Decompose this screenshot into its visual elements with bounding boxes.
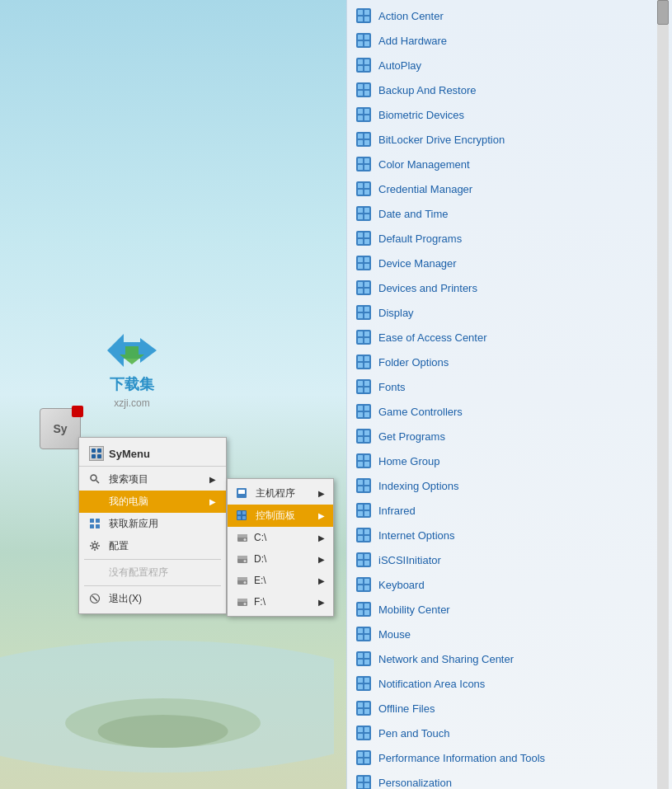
cp-item[interactable]: Color Management xyxy=(347,152,657,176)
svg-rect-52 xyxy=(358,59,363,64)
cp-item[interactable]: Date and Time xyxy=(347,201,657,226)
cp-item[interactable]: iSCSIInitiator xyxy=(347,547,657,572)
svg-rect-60 xyxy=(364,91,369,96)
cp-item[interactable]: Ease of Access Center xyxy=(347,325,657,350)
svg-rect-199 xyxy=(358,783,363,788)
svg-rect-165 xyxy=(364,610,369,615)
svg-rect-102 xyxy=(358,307,363,312)
cp-item[interactable]: Game Controllers xyxy=(347,399,657,424)
mypc-item-drive-f[interactable]: F:\ ▶ xyxy=(228,591,333,613)
svg-rect-148 xyxy=(364,529,369,534)
cp-item-icon xyxy=(355,329,372,345)
svg-rect-11 xyxy=(90,496,95,501)
cp-item[interactable]: Network and Sharing Center xyxy=(347,646,657,671)
drive-c-arrow: ▶ xyxy=(318,533,325,542)
cp-item[interactable]: Get Programs xyxy=(347,424,657,449)
cp-item[interactable]: Default Programs xyxy=(347,226,657,251)
cp-item[interactable]: Offline Files xyxy=(347,696,657,721)
cp-scrollbar[interactable] xyxy=(657,0,669,789)
cp-item-label: Fonts xyxy=(378,381,406,393)
cp-item[interactable]: Display xyxy=(347,300,657,325)
svg-rect-174 xyxy=(358,660,363,665)
menu-item-mypc[interactable]: 我的电脑 ▶ xyxy=(79,491,226,513)
exit-icon xyxy=(89,593,102,606)
svg-rect-67 xyxy=(358,134,363,139)
menu-item-exit[interactable]: 退出(X) xyxy=(79,588,226,610)
svg-rect-27 xyxy=(237,516,241,519)
menu-item-search-label: 搜索项目 xyxy=(109,472,148,486)
menu-item-config-label: 配置 xyxy=(109,539,129,553)
cp-item[interactable]: Mouse xyxy=(347,622,657,646)
controlpanel-icon xyxy=(236,510,249,523)
svg-rect-175 xyxy=(364,660,369,665)
svg-rect-92 xyxy=(358,257,363,262)
cp-item-icon xyxy=(355,725,372,741)
cp-item-icon xyxy=(355,626,372,642)
svg-rect-130 xyxy=(364,437,369,442)
cp-item[interactable]: Devices and Printers xyxy=(347,275,657,300)
cp-item[interactable]: Action Center xyxy=(347,3,657,28)
svg-rect-15 xyxy=(90,519,94,523)
cp-item-icon xyxy=(355,57,372,73)
svg-rect-6 xyxy=(97,449,101,453)
cp-item-label: Ease of Access Center xyxy=(378,331,487,344)
mypc-item-drive-d[interactable]: D:\ ▶ xyxy=(228,548,333,570)
watermark-url: xzji.com xyxy=(114,397,149,409)
cp-item[interactable]: Personalization xyxy=(347,770,657,789)
svg-rect-49 xyxy=(358,41,363,46)
mypc-item-drive-e[interactable]: E:\ ▶ xyxy=(228,570,333,591)
svg-rect-50 xyxy=(364,41,369,46)
mypc-item-mainprogram[interactable]: 主机程序 ▶ xyxy=(228,482,333,505)
menu-separator-2 xyxy=(84,585,221,586)
svg-rect-18 xyxy=(96,524,100,528)
menu-item-noconfig: 没有配置程序 xyxy=(79,561,226,584)
mypc-item-drive-d-label: D:\ xyxy=(254,553,266,565)
cp-item-label: Credential Manager xyxy=(378,183,472,195)
cp-item[interactable]: Credential Manager xyxy=(347,176,657,201)
mypc-item-drive-c-label: C:\ xyxy=(254,532,266,543)
cp-item[interactable]: Indexing Options xyxy=(347,473,657,498)
cp-item[interactable]: Device Manager xyxy=(347,251,657,275)
cp-item[interactable]: Backup And Restore xyxy=(347,77,657,102)
cp-item[interactable]: Keyboard xyxy=(347,572,657,597)
mypc-item-controlpanel[interactable]: 控制面板 ▶ xyxy=(228,505,333,527)
menu-item-getapps[interactable]: 获取新应用 xyxy=(79,513,226,535)
cp-item[interactable]: Infrared xyxy=(347,498,657,523)
cp-item-icon xyxy=(355,403,372,420)
cp-item-label: Device Manager xyxy=(378,257,457,270)
symenu-tray-icon[interactable]: Sy xyxy=(40,408,81,449)
svg-rect-89 xyxy=(358,239,363,244)
svg-rect-163 xyxy=(364,603,369,608)
svg-rect-7 xyxy=(92,454,96,458)
menu-item-search[interactable]: 搜索项目 ▶ xyxy=(79,468,226,491)
svg-rect-26 xyxy=(242,511,246,514)
cp-item[interactable]: Notification Area Icons xyxy=(347,671,657,696)
svg-rect-100 xyxy=(364,289,369,294)
cp-scrollbar-thumb[interactable] xyxy=(657,0,669,25)
cp-item[interactable]: Biometric Devices xyxy=(347,102,657,127)
cp-item[interactable]: Folder Options xyxy=(347,350,657,374)
mypc-item-drive-c[interactable]: C:\ ▶ xyxy=(228,527,333,548)
cp-item[interactable]: Fonts xyxy=(347,374,657,399)
cp-item[interactable]: BitLocker Drive Encryption xyxy=(347,127,657,152)
mypc-item-drive-f-label: F:\ xyxy=(254,596,266,608)
mypc-arrow: ▶ xyxy=(209,497,216,506)
svg-rect-85 xyxy=(364,214,369,219)
svg-rect-93 xyxy=(364,257,369,262)
search-arrow: ▶ xyxy=(209,475,216,484)
cp-item[interactable]: AutoPlay xyxy=(347,53,657,77)
menu-item-config[interactable]: 配置 xyxy=(79,535,226,557)
svg-rect-129 xyxy=(358,437,363,442)
cp-item[interactable]: Mobility Center xyxy=(347,597,657,622)
svg-rect-64 xyxy=(358,115,363,120)
cp-item[interactable]: Performance Information and Tools xyxy=(347,745,657,770)
svg-rect-162 xyxy=(358,603,363,608)
cp-item-icon xyxy=(355,601,372,618)
cp-item[interactable]: Internet Options xyxy=(347,523,657,547)
cp-item[interactable]: Add Hardware xyxy=(347,28,657,53)
svg-rect-187 xyxy=(358,727,363,732)
cp-item[interactable]: Home Group xyxy=(347,449,657,473)
svg-rect-84 xyxy=(358,214,363,219)
svg-rect-105 xyxy=(364,313,369,318)
cp-item[interactable]: Pen and Touch xyxy=(347,721,657,745)
